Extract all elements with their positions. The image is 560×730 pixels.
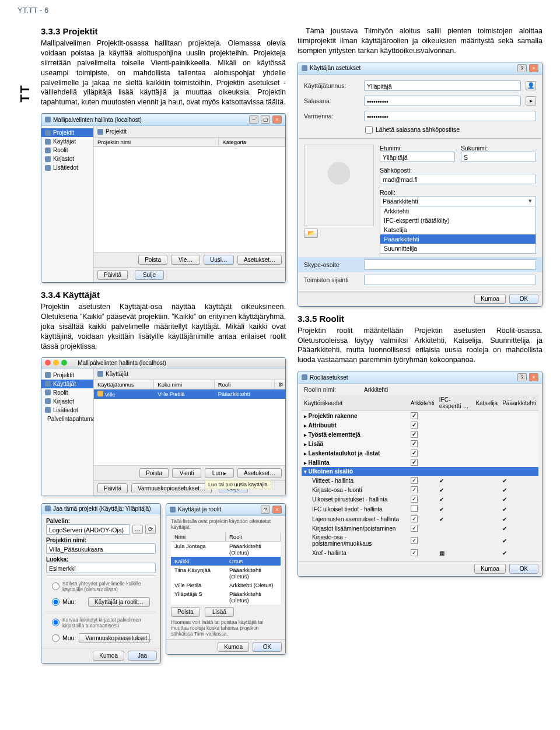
role-option[interactable]: Arkkitehti [380, 206, 536, 216]
min-button[interactable]: – [249, 115, 258, 124]
role-option[interactable]: Pääarkkitehti [380, 234, 536, 244]
perm-group-selected[interactable]: Ulkoinen sisältö [302, 467, 538, 476]
mac-close-icon[interactable] [45, 360, 51, 366]
col-projektin-nimi[interactable]: Projektin nimi [94, 138, 219, 146]
delete-button[interactable]: Poista [171, 607, 200, 617]
list-item[interactable]: KaikkiOrtus [171, 557, 281, 566]
opt-other-libs[interactable] [52, 634, 60, 642]
cancel-button[interactable]: Kumoa [474, 294, 506, 304]
project-name-input[interactable]: Villa_Pääsukukaara [46, 543, 156, 554]
sidebar-item-lisatiedot[interactable]: Lisätiedot [41, 406, 93, 415]
help-button[interactable]: ? [261, 506, 270, 514]
perm-group[interactable]: Laskentataulukot ja -listat [302, 448, 538, 458]
close-button[interactable]: × [272, 115, 282, 124]
delete-button[interactable]: Poista [139, 468, 169, 478]
backup-settings-button[interactable]: Varmuuskopioasetukset… [79, 633, 150, 643]
list-item[interactable]: Ylläpitäjä SPääarkkitehti (Oletus) [171, 589, 281, 605]
perm-item[interactable]: Ulkoiset piirustukset - hallinta [302, 494, 538, 504]
perm-group[interactable]: Hallinta [302, 458, 538, 467]
col-permission[interactable]: Käyttöoikeudet [302, 395, 408, 411]
col-rooli[interactable]: Rooli [215, 380, 275, 389]
cancel-button[interactable]: Kumoa [93, 651, 124, 661]
mac-max-icon[interactable] [61, 360, 67, 366]
sidebar-item-roolit[interactable]: Roolit [41, 146, 93, 155]
user-row[interactable]: Ville Ville Pietilä Pääarkkitehti [94, 389, 285, 399]
reveal-icon[interactable]: ▸ [526, 96, 536, 106]
email-input[interactable]: mad@mad.fi [380, 174, 536, 184]
sidebar-item-palvelintapahtumat[interactable]: Palvelintapahtumat [41, 415, 93, 423]
sidebar-item-projektit[interactable]: Projektit [41, 128, 93, 137]
perm-item[interactable]: Kirjasto-osa - luonti [302, 485, 538, 494]
col-kokonimi[interactable]: Koko nimi [154, 380, 214, 389]
class-input[interactable]: Esimerkki [46, 563, 156, 573]
col-extra-icon[interactable]: ⚙ [275, 380, 285, 389]
max-button[interactable]: ▢ [261, 115, 270, 124]
firstname-input[interactable]: Ylläpitäjä [380, 152, 455, 162]
settings-button[interactable]: Asetukset… [237, 255, 282, 265]
col-ifc[interactable]: IFC-ekspertti … [437, 395, 474, 411]
perm-item[interactable]: IFC ulkoiset tiedot - hallinta [302, 504, 538, 514]
close-button[interactable]: Sulje [135, 270, 164, 280]
send-email-checkbox[interactable] [365, 126, 373, 134]
cancel-button[interactable]: Kumoa [474, 564, 506, 574]
refresh-button[interactable]: Päivitä [97, 483, 128, 493]
list-item[interactable]: Ville PietiläArkkitehti (Oletus) [171, 581, 281, 589]
col-katselija[interactable]: Katselija [473, 395, 500, 411]
opt-all-users[interactable] [52, 582, 60, 590]
col-arkkitehti[interactable]: Arkkitehti [408, 395, 437, 411]
mac-min-icon[interactable] [53, 360, 59, 366]
backup-settings-button[interactable]: Varmuuskopioasetukset… [131, 483, 212, 493]
users-roles-button[interactable]: Käyttäjät ja roolit… [88, 597, 150, 607]
export-button[interactable]: Vienti [172, 468, 201, 478]
col-paaarkkitehti[interactable]: Pääarkkitehti [500, 395, 538, 411]
close-button[interactable]: × [529, 64, 538, 72]
perm-item[interactable]: Kirjastot lisääminen/poistaminen [302, 524, 538, 533]
col-nimi[interactable]: Nimi [171, 532, 226, 541]
refresh-icon[interactable]: ⟳ [145, 525, 156, 534]
username-input[interactable]: Ylläpitäjä [364, 80, 521, 91]
perm-item[interactable]: Xref - hallinta▦ [302, 548, 538, 557]
delete-button[interactable]: Poista [138, 255, 167, 265]
col-rooli[interactable]: Rooli [226, 532, 281, 541]
perm-group[interactable]: Projektin rakenne [302, 411, 538, 421]
ok-button[interactable]: OK [509, 564, 538, 574]
new-button[interactable]: Uusi… [204, 255, 234, 265]
help-button[interactable]: ? [517, 64, 527, 72]
role-select[interactable]: Pääarkkitehti [380, 196, 536, 206]
help-button[interactable]: ? [517, 373, 527, 381]
ok-button[interactable]: OK [253, 642, 282, 652]
perm-item[interactable]: Kirjasto-osa - poistaminen/muokkaus [302, 533, 538, 548]
opt-replace-libs[interactable] [52, 619, 60, 626]
ok-button[interactable]: OK [509, 294, 538, 304]
perm-item[interactable]: Lajennusten asennukset - hallinta [302, 514, 538, 524]
col-kayttajatunnus[interactable]: Käyttäjätunnus [94, 380, 154, 389]
sidebar-item-projektit[interactable]: Projektit [41, 371, 93, 380]
list-item[interactable]: Jula JöntagaPääarkkitehti (Oletus) [171, 542, 281, 557]
cancel-button[interactable]: Kumoa [218, 642, 249, 652]
opt-other-users[interactable] [52, 598, 60, 606]
perm-group[interactable]: Työstä elementtejä [302, 430, 538, 439]
perm-group[interactable]: Lisää [302, 439, 538, 448]
sidebar-item-kirjastot[interactable]: Kirjastot [41, 155, 93, 163]
create-button[interactable]: Luo ▸ [205, 468, 234, 478]
perm-item[interactable]: Viitteet - hallinta [302, 476, 538, 485]
open-photo-icon[interactable]: 📂 [304, 229, 318, 238]
confirm-input[interactable]: •••••••••• [364, 111, 536, 121]
role-option[interactable]: IFC-ekspertti (räätälöity) [380, 216, 536, 225]
export-button[interactable]: Vie… [171, 255, 200, 265]
add-button[interactable]: Lisää [205, 607, 234, 617]
sidebar-item-kayttajat[interactable]: Käyttäjät [41, 137, 93, 146]
skype-input[interactable] [364, 259, 536, 270]
close-button[interactable]: × [272, 506, 282, 514]
col-kategoria[interactable]: Kategoria [219, 138, 285, 146]
sidebar-item-kayttajat[interactable]: Käyttäjät [41, 380, 93, 388]
server-select[interactable]: LogoServeri (AHD/OY-iOja) [46, 524, 130, 535]
office-input[interactable] [364, 275, 536, 285]
browse-icon[interactable]: … [132, 525, 143, 534]
role-option[interactable]: Katselija [380, 225, 536, 234]
user-picker-icon[interactable]: 👤 [526, 81, 536, 90]
sidebar-item-lisatiedot[interactable]: Lisätiedot [41, 163, 93, 172]
close-button[interactable]: × [529, 373, 538, 381]
share-button[interactable]: Jaa [128, 651, 157, 661]
role-option[interactable]: Suunnittelija [380, 244, 536, 253]
